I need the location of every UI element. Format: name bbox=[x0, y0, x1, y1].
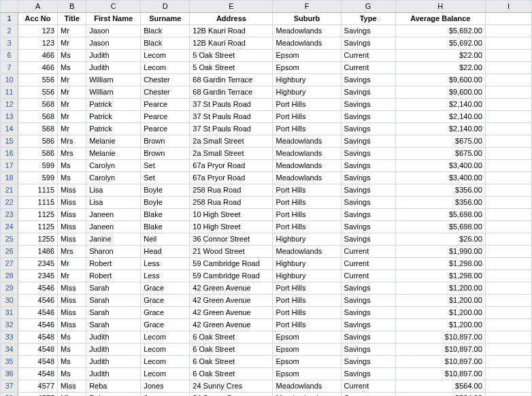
cell[interactable]: $5,692.00 bbox=[395, 37, 485, 50]
cell[interactable]: Mrs bbox=[58, 148, 86, 160]
cell[interactable]: Jason bbox=[86, 25, 141, 37]
row-header[interactable]: 32 bbox=[1, 319, 18, 331]
col-header-D[interactable]: D bbox=[141, 1, 190, 13]
cell[interactable]: Ms bbox=[58, 160, 86, 172]
row-header[interactable]: 21 bbox=[1, 184, 18, 197]
cell[interactable] bbox=[485, 25, 531, 37]
cell[interactable]: Savings bbox=[341, 197, 395, 209]
cell[interactable]: Mr bbox=[58, 270, 86, 282]
cell[interactable]: Savings bbox=[341, 111, 395, 123]
cell[interactable]: $2,140.00 bbox=[395, 99, 485, 111]
cell[interactable]: 2a Small Street bbox=[190, 135, 273, 148]
cell[interactable]: Current bbox=[341, 393, 395, 397]
cell[interactable]: Janeen bbox=[86, 221, 141, 233]
cell[interactable]: 42 Green Avenue bbox=[190, 282, 273, 295]
cell[interactable]: 37 St Pauls Road bbox=[190, 99, 273, 111]
cell[interactable]: Title bbox=[58, 13, 86, 25]
cell[interactable]: Savings bbox=[341, 184, 395, 197]
cell[interactable]: 1255 bbox=[18, 233, 58, 246]
cell[interactable]: 4548 bbox=[18, 331, 58, 344]
cell[interactable]: Sarah bbox=[86, 295, 141, 307]
cell[interactable]: $564.00 bbox=[395, 380, 485, 393]
cell[interactable]: Miss bbox=[58, 307, 86, 319]
cell[interactable]: Port Hills bbox=[273, 111, 341, 123]
cell[interactable]: 2345 bbox=[18, 270, 58, 282]
cell[interactable] bbox=[485, 258, 531, 270]
row-header[interactable]: 22 bbox=[1, 197, 18, 209]
cell[interactable]: Sarah bbox=[86, 319, 141, 331]
cell[interactable]: Miss bbox=[58, 184, 86, 197]
row-header[interactable]: 15 bbox=[1, 135, 18, 148]
col-header-B[interactable]: B bbox=[58, 1, 86, 13]
cell[interactable]: Mr bbox=[58, 74, 86, 86]
spreadsheet-grid[interactable]: A B C D E F G H I 1Acc NoTitleFirst Name… bbox=[0, 0, 532, 396]
cell[interactable]: Epsom bbox=[273, 344, 341, 356]
cell[interactable]: Sharon bbox=[86, 246, 141, 258]
cell[interactable]: Blake bbox=[141, 221, 190, 233]
cell[interactable]: 568 bbox=[18, 123, 58, 135]
cell[interactable]: Savings bbox=[341, 331, 395, 344]
cell[interactable] bbox=[485, 270, 531, 282]
cell[interactable]: 599 bbox=[18, 160, 58, 172]
cell[interactable]: $1,298.00 bbox=[395, 258, 485, 270]
cell[interactable]: 42 Green Avenue bbox=[190, 295, 273, 307]
cell[interactable]: 67a Pryor Road bbox=[190, 160, 273, 172]
cell[interactable]: First Name bbox=[86, 13, 141, 25]
cell[interactable] bbox=[485, 331, 531, 344]
cell[interactable] bbox=[485, 148, 531, 160]
cell[interactable]: 4546 bbox=[18, 307, 58, 319]
cell[interactable]: Patrick bbox=[86, 111, 141, 123]
cell[interactable]: Grace bbox=[141, 295, 190, 307]
cell[interactable] bbox=[485, 86, 531, 99]
cell[interactable]: 67a Pryor Road bbox=[190, 172, 273, 184]
cell[interactable]: Port Hills bbox=[273, 197, 341, 209]
cell[interactable]: 37 St Pauls Road bbox=[190, 111, 273, 123]
cell[interactable]: Ms bbox=[58, 172, 86, 184]
cell[interactable]: Lecom bbox=[141, 331, 190, 344]
row-header[interactable]: 24 bbox=[1, 221, 18, 233]
cell[interactable]: 5 Oak Street bbox=[190, 50, 273, 62]
cell[interactable]: 5 Oak Street bbox=[190, 62, 273, 74]
col-header-A[interactable]: A bbox=[18, 1, 58, 13]
row-header[interactable]: 25 bbox=[1, 233, 18, 246]
cell[interactable]: Lecom bbox=[141, 50, 190, 62]
row-header[interactable]: 18 bbox=[1, 172, 18, 184]
cell[interactable]: $1,298.00 bbox=[395, 270, 485, 282]
cell[interactable]: Savings bbox=[341, 233, 395, 246]
cell[interactable]: 4577 bbox=[18, 380, 58, 393]
cell[interactable]: Type bbox=[341, 13, 395, 25]
cell[interactable]: Jason bbox=[86, 37, 141, 50]
cell[interactable]: $2,140.00 bbox=[395, 111, 485, 123]
cell[interactable]: Grace bbox=[141, 307, 190, 319]
cell[interactable] bbox=[485, 209, 531, 221]
cell[interactable]: Current bbox=[341, 62, 395, 74]
cell[interactable]: Highbury bbox=[273, 258, 341, 270]
cell[interactable]: Savings bbox=[341, 160, 395, 172]
cell[interactable]: Address bbox=[190, 13, 273, 25]
cell[interactable]: 68 Gardin Terrace bbox=[190, 86, 273, 99]
cell[interactable]: 59 Cambridge Road bbox=[190, 270, 273, 282]
cell[interactable]: Pearce bbox=[141, 99, 190, 111]
row-header[interactable]: 12 bbox=[1, 99, 18, 111]
cell[interactable]: 4546 bbox=[18, 295, 58, 307]
cell[interactable]: 10 High Street bbox=[190, 209, 273, 221]
cell[interactable]: Savings bbox=[341, 344, 395, 356]
cell[interactable]: Savings bbox=[341, 25, 395, 37]
cell[interactable]: Port Hills bbox=[273, 184, 341, 197]
cell[interactable]: $356.00 bbox=[395, 184, 485, 197]
cell[interactable]: Blake bbox=[141, 209, 190, 221]
cell[interactable] bbox=[485, 184, 531, 197]
cell[interactable]: Meadowlands bbox=[273, 160, 341, 172]
cell[interactable]: $1,200.00 bbox=[395, 307, 485, 319]
cell[interactable]: Judith bbox=[86, 50, 141, 62]
cell[interactable]: Meadowlands bbox=[273, 393, 341, 397]
cell[interactable]: 556 bbox=[18, 74, 58, 86]
cell[interactable]: Judith bbox=[86, 344, 141, 356]
cell[interactable]: Reba bbox=[86, 380, 141, 393]
row-header[interactable]: 28 bbox=[1, 270, 18, 282]
row-header[interactable]: 10 bbox=[1, 74, 18, 86]
cell[interactable] bbox=[485, 135, 531, 148]
row-header[interactable]: 16 bbox=[1, 148, 18, 160]
cell[interactable]: Savings bbox=[341, 135, 395, 148]
cell[interactable]: Port Hills bbox=[273, 221, 341, 233]
